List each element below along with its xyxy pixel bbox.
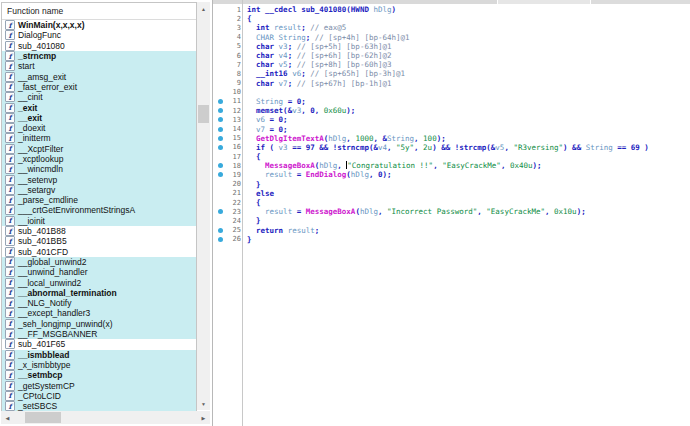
scroll-down-icon[interactable]: ▼ <box>197 397 210 410</box>
function-icon: f <box>5 226 15 236</box>
code-line: 1int __cdecl sub_401080(HWND hDlg) <box>213 5 690 14</box>
function-list-item[interactable]: fDialogFunc <box>2 30 196 40</box>
scroll-left-icon[interactable]: ◀ <box>1 411 14 424</box>
function-list-item[interactable]: f__wincmdln <box>2 164 196 174</box>
function-list-item[interactable]: f__exit <box>2 113 196 123</box>
function-list-item[interactable]: fstart <box>2 61 196 71</box>
line-number: 22 <box>227 199 243 207</box>
function-list-item[interactable]: f__FF_MSGBANNER <box>2 329 196 339</box>
functions-horizontal-scrollbar[interactable]: ◀ ▶ <box>1 411 210 424</box>
functions-header-label: Function name <box>7 6 63 16</box>
function-list-item[interactable]: f_fast_error_exit <box>2 82 196 92</box>
function-list-item[interactable]: f__XcptFilter <box>2 144 196 154</box>
function-name-label: __wincmdln <box>18 164 63 174</box>
function-icon: f <box>5 247 15 257</box>
function-list-item[interactable]: f_xcptlookup <box>2 154 196 164</box>
code-text[interactable]: return result; <box>243 226 319 235</box>
code-text[interactable]: } <box>243 216 261 225</box>
function-list-item[interactable]: f_parse_cmdline <box>2 195 196 205</box>
horizontal-scrollbar-thumb[interactable] <box>25 412 61 423</box>
function-list-item[interactable]: f__ioinit <box>2 216 196 226</box>
code-text[interactable]: char v7; // [sp+67h] [bp-1h]@1 <box>243 79 392 88</box>
function-list-item[interactable]: f__setmbcp <box>2 370 196 380</box>
function-list-item[interactable]: f__amsg_exit <box>2 71 196 81</box>
code-text[interactable]: if ( v3 == 97 && !strncmp(&v4, "5y", 2u)… <box>243 143 649 152</box>
code-text[interactable]: MessageBoxA(hDlg, "Congratulation !!", "… <box>243 161 542 170</box>
function-list-item[interactable]: fsub_401080 <box>2 41 196 51</box>
function-list-item[interactable]: f__abnormal_termination <box>2 288 196 298</box>
code-text[interactable]: { <box>243 14 252 23</box>
function-name-label: __setmbcp <box>18 370 62 380</box>
code-text[interactable]: char v3; // [sp+5h] [bp-63h]@1 <box>243 42 392 51</box>
function-list-item[interactable]: f_CPtoLCID <box>2 391 196 401</box>
function-list-item[interactable]: f__local_unwind2 <box>2 277 196 287</box>
function-list-item[interactable]: f_strncmp <box>2 51 196 61</box>
function-list-item[interactable]: f__setargv <box>2 185 196 195</box>
function-list-item[interactable]: fsub_401BB5 <box>2 236 196 246</box>
function-list-item[interactable]: f_initterm <box>2 133 196 143</box>
line-number: 8 <box>227 70 243 78</box>
code-text[interactable]: result = EndDialog(hDlg, 0); <box>243 170 392 179</box>
function-name-label: __ismbblead <box>18 350 70 360</box>
function-list-item[interactable]: f_seh_longjmp_unwind(x) <box>2 319 196 329</box>
function-icon: f <box>5 350 15 360</box>
function-list-item[interactable]: f__except_handler3 <box>2 308 196 318</box>
code-text[interactable]: } <box>243 180 261 189</box>
function-icon: f <box>5 267 15 277</box>
function-icon: f <box>5 391 15 401</box>
function-list-item[interactable]: f_setSBCS <box>2 401 196 411</box>
code-text[interactable]: v7 = 0; <box>243 125 288 134</box>
functions-column-header[interactable]: Function name <box>2 3 196 20</box>
line-number: 15 <box>227 134 243 142</box>
code-text[interactable]: __int16 v6; // [sp+65h] [bp-3h]@1 <box>243 69 405 78</box>
code-text[interactable]: v6 = 0; <box>243 115 288 124</box>
function-list-item[interactable]: fsub_401CFD <box>2 247 196 257</box>
function-icon: f <box>5 144 15 154</box>
code-text[interactable]: int __cdecl sub_401080(HWND hDlg) <box>243 5 396 14</box>
function-list-item[interactable]: f_doexit <box>2 123 196 133</box>
function-list-item[interactable]: f_getSystemCP <box>2 380 196 390</box>
function-list-item[interactable]: fsub_401B88 <box>2 226 196 236</box>
function-list-item[interactable]: f__setenvp <box>2 174 196 184</box>
code-text[interactable]: result = MessageBoxA(hDlg, "Incorrect Pa… <box>243 207 586 216</box>
function-name-label: _seh_longjmp_unwind(x) <box>18 319 113 329</box>
code-text[interactable]: CHAR String; // [sp+4h] [bp-64h]@1 <box>243 33 410 42</box>
line-number: 26 <box>227 235 243 243</box>
code-line: 12 memset(&v3, 0, 0x60u); <box>213 106 690 115</box>
code-text[interactable]: int result; // eax@5 <box>243 23 346 32</box>
code-text[interactable]: { <box>243 198 261 207</box>
function-list-item[interactable]: f__NLG_Notify <box>2 298 196 308</box>
code-text[interactable]: { <box>243 152 261 161</box>
function-list-item[interactable]: f__global_unwind2 <box>2 257 196 267</box>
code-line: 20 } <box>213 180 690 189</box>
functions-vertical-scrollbar[interactable]: ▲ ▼ <box>197 2 210 410</box>
function-list-item[interactable]: f_exit <box>2 102 196 112</box>
scroll-up-icon[interactable]: ▲ <box>197 2 210 15</box>
function-icon: f <box>5 288 15 298</box>
function-name-label: WinMain(x,x,x,x) <box>18 20 85 30</box>
code-text[interactable]: else <box>243 189 274 198</box>
scroll-right-icon[interactable]: ▶ <box>197 411 210 424</box>
function-list-item[interactable]: f__unwind_handler <box>2 267 196 277</box>
code-text[interactable]: String = 0; <box>243 97 306 106</box>
code-text[interactable]: char v5; // [sp+8h] [bp-60h]@3 <box>243 60 392 69</box>
function-icon: f <box>5 113 15 123</box>
ida-window: Function name fWinMain(x,x,x,x)fDialogFu… <box>0 0 690 426</box>
line-number: 10 <box>227 88 243 96</box>
function-list-item[interactable]: fsub_401F65 <box>2 339 196 349</box>
vertical-scrollbar-thumb[interactable] <box>198 105 209 123</box>
function-name-label: _xcptlookup <box>18 154 63 164</box>
function-list-item[interactable]: fWinMain(x,x,x,x) <box>2 20 196 30</box>
function-list: fWinMain(x,x,x,x)fDialogFuncfsub_401080f… <box>2 20 196 411</box>
code-text[interactable]: memset(&v3, 0, 0x60u); <box>243 106 355 115</box>
function-list-item[interactable]: f___crtGetEnvironmentStringsA <box>2 205 196 215</box>
function-list-item[interactable]: f_x_ismbbtype <box>2 360 196 370</box>
line-number: 13 <box>227 116 243 124</box>
code-text[interactable]: GetDlgItemTextA(hDlg, 1000, &String, 100… <box>243 134 446 143</box>
function-list-item[interactable]: f__cinit <box>2 92 196 102</box>
code-line: 10 <box>213 88 690 97</box>
function-name-label: __except_handler3 <box>18 308 90 318</box>
code-text[interactable]: } <box>243 235 252 244</box>
function-list-item[interactable]: f__ismbblead <box>2 350 196 360</box>
code-text[interactable]: char v4; // [sp+6h] [bp-62h]@2 <box>243 51 392 60</box>
